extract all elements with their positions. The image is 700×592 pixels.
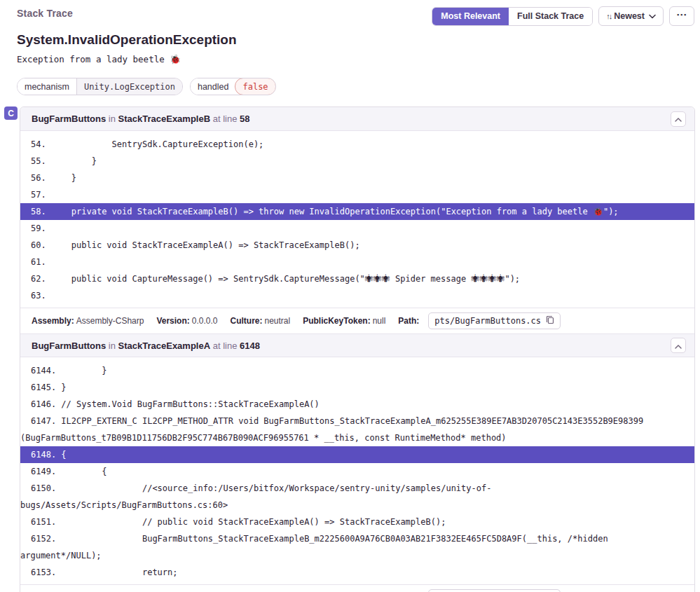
stack-view-segmented-control: Most Relevant Full Stack Trace	[432, 7, 593, 26]
handled-tag: handled false	[190, 78, 276, 95]
frame-header[interactable]: BugFarmButtons in StackTraceExampleA at …	[20, 333, 694, 357]
assembly-version: 0.0.0.0	[192, 316, 218, 326]
code-context: 6144. }6145. }6146. // System.Void BugFa…	[20, 357, 694, 584]
most-relevant-button[interactable]: Most Relevant	[432, 8, 509, 25]
code-line-highlighted: 6148. {	[20, 446, 694, 463]
mechanism-tag-key: mechanism	[18, 78, 76, 95]
full-stack-trace-button[interactable]: Full Stack Trace	[509, 8, 592, 25]
code-line: 62. public void CaptureMessage() => Sent…	[20, 270, 694, 287]
stack-frame: BugFarmButtons in StackTraceExampleA at …	[20, 333, 694, 592]
code-line: 54. SentrySdk.CaptureException(e);	[20, 136, 694, 153]
chevron-down-icon	[649, 11, 656, 21]
code-line: 6144. }	[20, 362, 694, 379]
frame-module: BugFarmButtons	[32, 340, 106, 351]
tags-row: mechanism Unity.LogException handled fal…	[17, 78, 694, 95]
frame-header[interactable]: BugFarmButtons in StackTraceExampleB at …	[20, 107, 694, 130]
assembly-path-box[interactable]: pts/BugFarmButtons.cs	[428, 312, 561, 329]
code-line: 6152. BugFarmButtons_StackTraceExampleB_…	[20, 530, 694, 564]
code-line: 6150. //<source_info:/Users/bitfox/Works…	[20, 480, 694, 514]
mechanism-tag: mechanism Unity.LogException	[17, 78, 183, 95]
copy-icon[interactable]	[546, 315, 554, 326]
code-line: 55. }	[20, 153, 694, 170]
code-line: 6146. // System.Void BugFarmButtons::Sta…	[20, 396, 694, 413]
page-header: Stack Trace Most Relevant Full Stack Tra…	[0, 0, 700, 95]
code-line: 56. }	[20, 170, 694, 186]
mechanism-tag-value: Unity.LogException	[76, 78, 182, 95]
handled-tag-value: false	[235, 78, 275, 95]
frame-line-number: 58	[240, 113, 249, 124]
assembly-info-row: Assembly:Assembly-CSharp Version:0.0.0.0…	[20, 308, 694, 333]
frame-line-number: 6148	[240, 340, 260, 351]
frame-title: BugFarmButtons in StackTraceExampleA at …	[32, 340, 260, 351]
frame-function: StackTraceExampleA	[118, 340, 211, 351]
code-line: 57.	[20, 186, 694, 203]
sort-newest-button[interactable]: ↑↓ Newest	[598, 6, 664, 26]
exception-type-title: System.InvalidOperationException	[17, 32, 694, 48]
assembly-culture: neutral	[264, 316, 290, 326]
code-line-highlighted: 58. private void StackTraceExampleB() =>…	[20, 203, 694, 220]
csharp-icon: C	[4, 106, 18, 120]
frame-title: BugFarmButtons in StackTraceExampleB at …	[32, 113, 250, 124]
code-line: 6149. {	[20, 463, 694, 480]
frame-module: BugFarmButtons	[32, 113, 106, 124]
chevron-up-icon	[675, 340, 682, 351]
code-line: 6147. IL2CPP_EXTERN_C IL2CPP_METHOD_ATTR…	[20, 413, 694, 446]
more-options-button[interactable]: ⋯	[669, 6, 694, 26]
stack-frame: BugFarmButtons in StackTraceExampleB at …	[20, 107, 694, 333]
code-context: 54. SentrySdk.CaptureException(e);55. }5…	[20, 130, 694, 308]
code-line: 59.	[20, 220, 694, 237]
code-line: 60. public void StackTraceExampleA() => …	[20, 237, 694, 254]
collapse-frame-button[interactable]	[671, 338, 686, 353]
section-title: Stack Trace	[17, 6, 73, 19]
collapse-frame-button[interactable]	[671, 111, 686, 127]
sort-label: Newest	[614, 11, 645, 21]
assembly-path: pts/BugFarmButtons.cs	[434, 316, 541, 326]
assembly-info-row: Assembly:Assembly-CSharp Version:0.0.0.0…	[20, 584, 694, 592]
assembly-path-box[interactable]: e/Assembly-CSharp.cpp	[428, 589, 561, 592]
code-line: 61.	[20, 254, 694, 270]
assembly-token: null	[373, 316, 386, 326]
code-line: 63.	[20, 287, 694, 304]
code-line: 6153. return;	[20, 564, 694, 581]
assembly-name: Assembly-CSharp	[76, 316, 144, 326]
code-line: 6151. // public void StackTraceExampleA(…	[20, 514, 694, 530]
chevron-up-icon	[675, 113, 682, 124]
code-line: 6145. }	[20, 379, 694, 396]
handled-tag-key: handled	[191, 78, 236, 95]
exception-message: Exception from a lady beetle 🐞	[17, 54, 694, 64]
frame-function: StackTraceExampleB	[118, 113, 211, 124]
stack-trace-panel: BugFarmButtons in StackTraceExampleB at …	[20, 106, 695, 592]
updown-arrows-icon: ↑↓	[606, 12, 611, 20]
toolbar: Most Relevant Full Stack Trace ↑↓ Newest…	[432, 6, 694, 26]
